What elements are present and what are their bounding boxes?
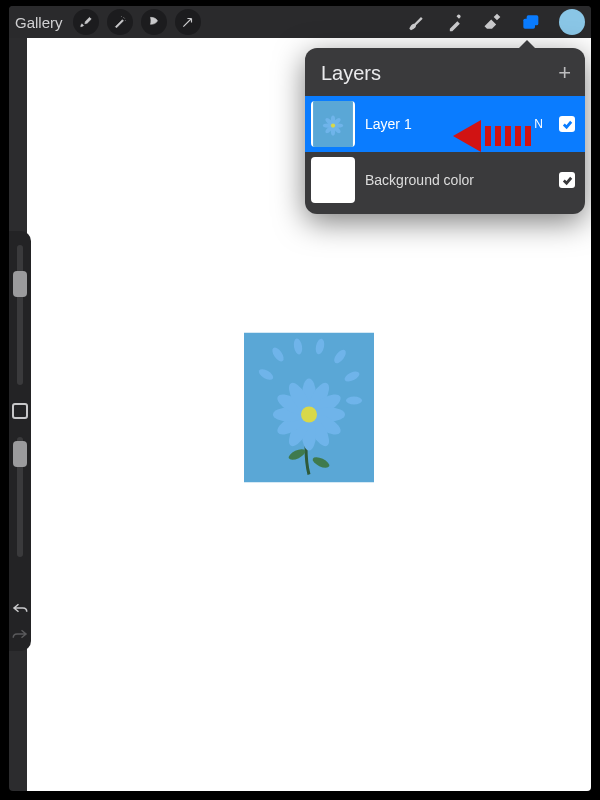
- layers-panel-title: Layers: [321, 62, 381, 85]
- layer-name-label: Background color: [365, 172, 474, 188]
- svg-point-24: [346, 396, 362, 404]
- layers-panel: Layers +: [305, 48, 585, 214]
- smudge-icon[interactable]: [439, 7, 469, 37]
- selection-icon[interactable]: [141, 9, 167, 35]
- gallery-button[interactable]: Gallery: [15, 14, 63, 31]
- procreate-app: Gallery: [9, 6, 591, 791]
- color-swatch[interactable]: [559, 9, 585, 35]
- layer-thumbnail: [311, 157, 355, 203]
- modify-button[interactable]: [12, 403, 28, 419]
- layer-row-background[interactable]: Background color: [305, 152, 585, 208]
- layer-visibility-checkbox[interactable]: [559, 116, 575, 132]
- canvas-image: [244, 332, 374, 482]
- undo-icon[interactable]: [11, 601, 29, 615]
- opacity-thumb[interactable]: [13, 441, 27, 467]
- add-layer-button[interactable]: +: [558, 60, 571, 86]
- eraser-icon[interactable]: [477, 7, 507, 37]
- layer-thumbnail: [311, 101, 355, 147]
- brush-size-slider[interactable]: [17, 245, 23, 385]
- layer-visibility-checkbox[interactable]: [559, 172, 575, 188]
- svg-point-17: [301, 406, 317, 422]
- screenshot-frame: Gallery: [0, 0, 600, 800]
- sidebar-sliders: [9, 231, 31, 651]
- layer-row-selected[interactable]: Layer 1 N: [305, 96, 585, 152]
- blend-mode-letter[interactable]: N: [534, 117, 543, 131]
- layer-name-label: Layer 1: [365, 116, 412, 132]
- top-toolbar: Gallery: [9, 6, 591, 38]
- brush-icon[interactable]: [401, 7, 431, 37]
- svg-rect-1: [527, 15, 539, 25]
- transform-arrow-icon[interactable]: [175, 9, 201, 35]
- layers-icon[interactable]: [515, 7, 545, 37]
- opacity-slider[interactable]: [17, 437, 23, 557]
- wrench-icon[interactable]: [73, 9, 99, 35]
- svg-point-34: [331, 123, 335, 127]
- redo-icon[interactable]: [11, 627, 29, 641]
- wand-icon[interactable]: [107, 9, 133, 35]
- brush-size-thumb[interactable]: [13, 271, 27, 297]
